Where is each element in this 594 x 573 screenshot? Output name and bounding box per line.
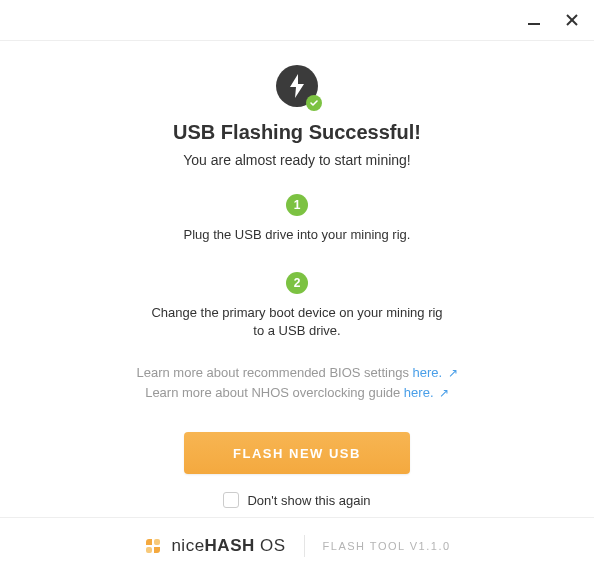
step-2-badge: 2 <box>286 272 308 294</box>
close-button[interactable] <box>562 10 582 30</box>
flash-new-usb-button[interactable]: FLASH NEW USB <box>184 432 410 474</box>
hero-icon <box>276 65 318 107</box>
content: USB Flashing Successful! You are almost … <box>0 41 594 517</box>
success-badge <box>306 95 322 111</box>
page-title: USB Flashing Successful! <box>173 121 421 144</box>
learn-oc-link-text: here. <box>404 385 434 400</box>
learn-oc-text: Learn more about NHOS overclocking guide <box>145 385 404 400</box>
dont-show-again-label: Don't show this again <box>247 493 370 508</box>
brand-text: niceHASH OS <box>171 536 285 556</box>
close-icon <box>564 12 580 28</box>
brand-os: OS <box>260 536 286 555</box>
brand: niceHASH OS <box>143 536 285 556</box>
page-subtitle: You are almost ready to start mining! <box>183 152 411 168</box>
minimize-icon <box>526 12 542 28</box>
svg-rect-3 <box>154 539 160 545</box>
footer-separator <box>304 535 305 557</box>
dont-show-again[interactable]: Don't show this again <box>223 492 370 508</box>
tool-version: FLASH TOOL V1.1.0 <box>323 540 451 552</box>
step-1-badge: 1 <box>286 194 308 216</box>
nicehash-logo-icon <box>143 536 163 556</box>
external-link-icon: ↗ <box>436 386 449 400</box>
learn-bios-line: Learn more about recommended BIOS settin… <box>136 363 457 384</box>
learn-oc-link[interactable]: here. <box>404 385 434 400</box>
learn-bios-link[interactable]: here. <box>413 365 443 380</box>
minimize-button[interactable] <box>524 10 544 30</box>
external-link-icon: ↗ <box>444 366 457 380</box>
learn-bios-link-text: here. <box>413 365 443 380</box>
step-2-text: Change the primary boot device on your m… <box>147 304 447 340</box>
learn-more-block: Learn more about recommended BIOS settin… <box>136 363 457 405</box>
app-window: USB Flashing Successful! You are almost … <box>0 0 594 573</box>
step-1-text: Plug the USB drive into your mining rig. <box>184 226 411 244</box>
brand-nice: nice <box>171 536 204 555</box>
svg-rect-4 <box>146 547 152 553</box>
learn-oc-line: Learn more about NHOS overclocking guide… <box>136 383 457 404</box>
brand-hash: HASH <box>205 536 255 555</box>
learn-bios-text: Learn more about recommended BIOS settin… <box>136 365 412 380</box>
check-icon <box>309 98 319 108</box>
footer: niceHASH OS FLASH TOOL V1.1.0 <box>0 517 594 573</box>
dont-show-again-checkbox[interactable] <box>223 492 239 508</box>
titlebar <box>0 0 594 40</box>
